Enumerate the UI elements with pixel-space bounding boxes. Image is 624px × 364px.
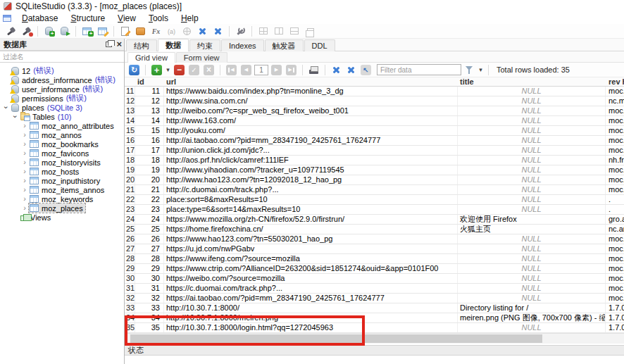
url-cell[interactable]: http://c.duomai.com/track.php?... [164, 185, 458, 194]
title-cell[interactable]: NULL [458, 205, 606, 214]
table-row[interactable]: 16 16 http://ai.taobao.com/?pid=mm_28347… [125, 136, 624, 146]
title-cell[interactable]: NULL [458, 165, 606, 175]
title-cell[interactable]: NULL [458, 284, 606, 293]
table-row[interactable]: 27 27 https://u.jd.com/nwPGabv NULL moc. [125, 244, 624, 254]
edit-table-button[interactable] [95, 25, 110, 38]
table-tab[interactable]: 约束 [189, 39, 220, 51]
next-page-button[interactable] [270, 63, 283, 77]
fit-rows-button[interactable] [344, 63, 358, 77]
id-cell[interactable]: 34 [135, 313, 164, 322]
id-cell[interactable]: 27 [135, 244, 164, 253]
rev-host-cell[interactable]: moc. [606, 165, 624, 175]
tree-item[interactable]: moz_places [0, 203, 124, 213]
table-row[interactable]: 15 15 http://youku.com/ NULL moc. [125, 126, 624, 136]
table-row[interactable]: 23 23 place:type=6&sort=14&maxResults=10… [125, 205, 624, 215]
id-cell[interactable]: 33 [135, 303, 164, 313]
tree-item[interactable]: moz_inputhistory [0, 176, 124, 185]
row-number-cell[interactable]: 26 [125, 234, 135, 244]
url-cell[interactable]: place:type=6&sort=14&maxResults=10 [164, 205, 458, 214]
tree-expander-icon[interactable] [2, 103, 11, 112]
tree-expander-icon[interactable] [20, 185, 29, 194]
rev-host-cell[interactable]: moc. [606, 234, 624, 244]
table-row[interactable]: 19 19 http://www.yihaodian.com/?tracker_… [125, 165, 624, 175]
title-cell[interactable]: NULL [458, 106, 606, 115]
rev-host-cell[interactable]: moc. [606, 264, 624, 273]
tree-expander-icon[interactable] [20, 149, 29, 158]
rev-host-cell[interactable]: nc.an [606, 225, 624, 234]
language-button[interactable] [180, 25, 194, 38]
id-cell[interactable]: 21 [135, 185, 164, 194]
id-cell[interactable]: 32 [135, 294, 164, 303]
menu-item[interactable]: Database [15, 13, 64, 23]
column-header-title[interactable]: title [458, 77, 606, 86]
row-number-cell[interactable]: 17 [125, 146, 135, 155]
tree-item[interactable]: moz_bookmarks [0, 139, 124, 149]
menu-item[interactable]: View [111, 13, 142, 23]
url-cell[interactable]: http://www.sina.com.cn/ [164, 96, 458, 106]
url-cell[interactable]: https://weibo.com/?source=mozilla [164, 274, 458, 283]
windows-columns-layout-button[interactable] [271, 25, 286, 38]
new-table-button[interactable] [80, 25, 94, 38]
row-number-cell[interactable]: 21 [125, 185, 135, 194]
id-cell[interactable]: 12 [135, 96, 164, 106]
table-row[interactable]: 13 13 http://weibo.com/?c=spr_web_sq_fir… [125, 106, 624, 116]
url-cell[interactable]: http://weibo.com/?c=spr_web_sq_firefox_w… [164, 106, 458, 115]
id-cell[interactable]: 28 [135, 254, 164, 263]
expand-window-button[interactable] [211, 25, 225, 38]
tree-expander-icon[interactable] [11, 112, 20, 121]
rev-host-cell[interactable]: 1.7.0 [606, 323, 624, 332]
rev-host-cell[interactable]: moc. [606, 284, 624, 293]
title-cell[interactable]: NULL [458, 175, 606, 184]
tree-item[interactable]: address_informance (错误) [0, 75, 124, 84]
rev-host-cell[interactable]: gro.a [606, 215, 624, 224]
rev-host-cell[interactable]: moc. [606, 87, 624, 96]
url-cell[interactable]: http://youku.com/ [164, 126, 458, 135]
table-tab[interactable]: 触发器 [265, 39, 304, 51]
title-cell[interactable]: NULL [458, 254, 606, 263]
grid-filter-input[interactable] [377, 64, 461, 75]
table-row[interactable]: 32 32 https://ai.taobao.com/?pid=mm_2834… [125, 294, 624, 303]
tree-expander-icon[interactable] [20, 139, 29, 149]
add-row-dropdown-icon[interactable] [165, 65, 171, 75]
row-number-cell[interactable]: 20 [125, 175, 135, 184]
url-cell[interactable]: https://www.baidu.com/index.php?tn=monli… [164, 87, 458, 96]
id-cell[interactable]: 14 [135, 116, 164, 125]
title-cell[interactable]: NULL [458, 116, 606, 125]
tree-item[interactable]: Views [0, 213, 124, 222]
row-number-cell[interactable]: 12 [125, 96, 135, 106]
id-cell[interactable]: 26 [135, 234, 164, 244]
row-number-cell[interactable]: 27 [125, 244, 135, 253]
url-cell[interactable]: https://www.hao123.com/?tn=55030201_hao_… [164, 234, 458, 244]
add-database-button[interactable] [42, 25, 56, 38]
horizontal-scrollbar[interactable] [125, 333, 624, 344]
table-tab[interactable]: 数据 [158, 39, 189, 51]
tree-item[interactable]: moz_historyvisits [0, 158, 124, 167]
url-cell[interactable]: http://www.hao123.com/?tn=12092018_12_ha… [164, 175, 458, 184]
tree-item[interactable]: user_informance (错误) [0, 84, 124, 94]
fit-window-button[interactable] [195, 25, 210, 38]
sql-history-button[interactable] [133, 25, 148, 38]
tree-item[interactable]: Tables (10) [0, 112, 124, 121]
url-cell[interactable]: http://aos.prf.hn/click/camref:111lEF [164, 156, 458, 165]
rev-host-cell[interactable]: moc. [606, 146, 624, 155]
rev-host-cell[interactable]: moc. [606, 106, 624, 115]
title-cell[interactable]: NULL [458, 136, 606, 145]
database-filter-input[interactable] [0, 51, 124, 63]
column-header-rev-host[interactable]: rev h [606, 77, 624, 86]
row-number-cell[interactable]: 29 [125, 264, 135, 273]
row-number-cell[interactable]: 11 [125, 87, 135, 96]
table-row[interactable]: 33 33 http://10.30.7.1:8000/ Directory l… [125, 303, 624, 313]
rev-host-cell[interactable]: moc. [606, 254, 624, 263]
table-row[interactable]: 24 24 https://www.mozilla.org/zh-CN/fire… [125, 215, 624, 225]
configuration-button[interactable] [233, 25, 248, 38]
rev-host-cell[interactable]: moc. [606, 274, 624, 283]
windows-rows-layout-button[interactable] [287, 25, 301, 38]
menu-item[interactable]: Structure [64, 13, 111, 23]
table-row[interactable]: 20 20 http://www.hao123.com/?tn=12092018… [125, 175, 624, 185]
title-cell[interactable]: NULL [458, 323, 606, 332]
rev-host-cell[interactable]: . [606, 195, 624, 204]
tree-expander-icon[interactable] [20, 203, 29, 213]
disconnect-database-button[interactable] [19, 25, 34, 38]
url-cell[interactable]: https://ai.taobao.com/?pid=mm_28347190_2… [164, 294, 458, 303]
id-cell[interactable]: 19 [135, 165, 164, 175]
